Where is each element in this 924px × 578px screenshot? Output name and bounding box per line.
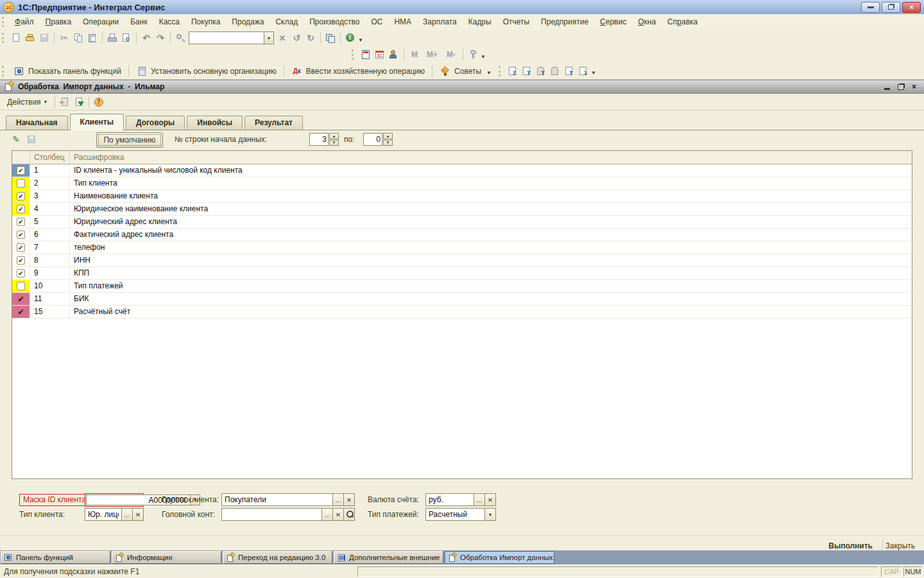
choose-button[interactable]: ...: [122, 508, 133, 521]
menu-item[interactable]: Склад: [270, 15, 304, 28]
search-input[interactable]: [189, 31, 264, 44]
show-function-panel-button[interactable]: Показать панель функций: [9, 64, 126, 78]
memory-subtract-button[interactable]: M-: [442, 50, 460, 59]
row-select-cell[interactable]: [12, 254, 30, 267]
undo-button[interactable]: ↶: [139, 31, 153, 44]
tab[interactable]: Начальная: [6, 116, 68, 130]
toolbar-grip[interactable]: [2, 17, 6, 27]
row-select-cell[interactable]: [12, 293, 30, 305]
client-type-input[interactable]: [85, 508, 122, 521]
row-select-cell[interactable]: [12, 164, 30, 177]
import-settings-button[interactable]: [58, 96, 72, 109]
print-button[interactable]: [105, 31, 119, 44]
tab[interactable]: Результат: [244, 116, 303, 130]
restore-button[interactable]: [882, 2, 900, 13]
save-button[interactable]: [37, 31, 51, 44]
chevron-down-icon[interactable]: ▼: [485, 508, 496, 521]
row-checkbox[interactable]: [17, 205, 25, 213]
clear-button[interactable]: ✕: [485, 493, 496, 506]
tab[interactable]: Договоры: [126, 116, 185, 130]
clear-search-button[interactable]: ✕: [275, 31, 289, 44]
menu-item[interactable]: Покупка: [185, 15, 226, 28]
minimize-button[interactable]: [861, 2, 880, 13]
row-checkbox[interactable]: [17, 243, 25, 252]
search-combobox[interactable]: ▼: [189, 31, 274, 44]
account-currency-field[interactable]: ... ✕: [425, 493, 496, 506]
help-button[interactable]: [92, 96, 106, 109]
row-select-cell[interactable]: [12, 241, 30, 254]
info-button[interactable]: [343, 31, 357, 44]
search-dropdown-button[interactable]: ▼: [264, 31, 274, 44]
toolbar-options-chevron[interactable]: ▼: [591, 70, 596, 76]
menu-item[interactable]: Кадры: [463, 15, 497, 28]
toolbar-options-chevron[interactable]: ▼: [481, 54, 486, 60]
find-previous-button[interactable]: ↺: [289, 31, 304, 44]
memory-add-button[interactable]: M+: [422, 50, 442, 59]
menu-item[interactable]: Правка: [40, 15, 78, 28]
toolbar-grip[interactable]: [2, 66, 6, 76]
save-settings-button[interactable]: [24, 133, 38, 146]
head-contractor-field[interactable]: ... ✕: [221, 508, 355, 521]
menu-item[interactable]: Банк: [124, 15, 153, 28]
row-select-cell[interactable]: [12, 267, 30, 279]
taskbar-window-button[interactable]: Переход на редакцию 3.0: [223, 551, 332, 564]
summary-table-button[interactable]: [506, 65, 520, 78]
row-checkbox[interactable]: [17, 179, 25, 188]
menu-item[interactable]: Предприятие: [535, 15, 594, 28]
new-document-button[interactable]: [9, 31, 23, 44]
row-end-input[interactable]: [363, 133, 382, 146]
window-close-icon[interactable]: ×: [912, 83, 916, 91]
menu-item[interactable]: НМА: [388, 15, 417, 28]
table-row[interactable]: 1 ID клиента - уникальный числовой код к…: [12, 164, 912, 177]
table-row[interactable]: 5 Юридический адрес клиента: [12, 216, 912, 229]
head-contractor-input[interactable]: [221, 508, 322, 521]
table-row[interactable]: 4 Юридическое наименование клиента: [12, 203, 912, 216]
payment-type-input[interactable]: [425, 508, 485, 521]
taskbar-window-button[interactable]: Дополнительные внешние ...: [334, 551, 443, 564]
row-checkbox[interactable]: [17, 308, 25, 316]
clear-button[interactable]: ✕: [133, 508, 144, 521]
menu-item[interactable]: Справка: [662, 15, 703, 28]
taskbar-window-button[interactable]: Обработка Импорт данных...: [445, 551, 554, 564]
user-lock-button[interactable]: [387, 48, 401, 61]
clear-button[interactable]: ✕: [333, 508, 344, 521]
row-select-cell[interactable]: [12, 280, 30, 292]
menu-item[interactable]: ОС: [365, 15, 388, 28]
row-checkbox[interactable]: [17, 282, 25, 290]
copy-window-button[interactable]: [323, 31, 338, 44]
table-row[interactable]: 2 Тип клиента: [12, 177, 912, 190]
menu-item[interactable]: Зарплата: [417, 15, 463, 28]
table-row[interactable]: 15 Расчётный счёт: [12, 306, 912, 319]
choose-button[interactable]: ...: [333, 493, 344, 506]
spin-up-icon[interactable]: ▲: [329, 133, 339, 139]
document-transfer-button[interactable]: [576, 65, 590, 78]
menu-item[interactable]: Отчеты: [497, 15, 535, 28]
menu-item[interactable]: Окна: [632, 15, 662, 28]
table-row[interactable]: 10 Тип платежей: [12, 280, 912, 293]
table-row[interactable]: 9 КПП: [12, 267, 912, 280]
set-main-organization-button[interactable]: Установить основную организацию: [132, 64, 281, 78]
tips-button[interactable]: Советы: [435, 64, 486, 78]
toolbar-options-chevron[interactable]: ▼: [486, 70, 492, 76]
tab[interactable]: Инвойсы: [187, 116, 243, 130]
toolbar-grip[interactable]: [2, 33, 6, 43]
row-select-cell[interactable]: [12, 190, 30, 202]
table-row[interactable]: 3 Наименование клиента: [12, 190, 912, 203]
window-minimize-icon[interactable]: [884, 88, 890, 90]
row-checkbox[interactable]: [17, 192, 25, 200]
search-button[interactable]: [173, 31, 187, 44]
menu-item[interactable]: Производство: [304, 15, 365, 28]
row-checkbox[interactable]: [17, 231, 25, 239]
reload-button[interactable]: [72, 96, 86, 109]
client-type-field[interactable]: ... ✕: [85, 508, 144, 521]
row-checkbox[interactable]: [17, 295, 25, 303]
row-select-cell[interactable]: [12, 306, 30, 318]
client-fill-button[interactable]: [534, 65, 548, 78]
spin-down-icon[interactable]: ▼: [383, 140, 393, 146]
menu-item[interactable]: Касса: [153, 15, 185, 28]
settings-button[interactable]: [466, 48, 480, 61]
print-preview-button[interactable]: [119, 31, 133, 44]
row-select-cell[interactable]: [12, 177, 30, 189]
redo-button[interactable]: ↷: [153, 31, 167, 44]
row-start-spinner[interactable]: ▲▼: [309, 133, 339, 146]
